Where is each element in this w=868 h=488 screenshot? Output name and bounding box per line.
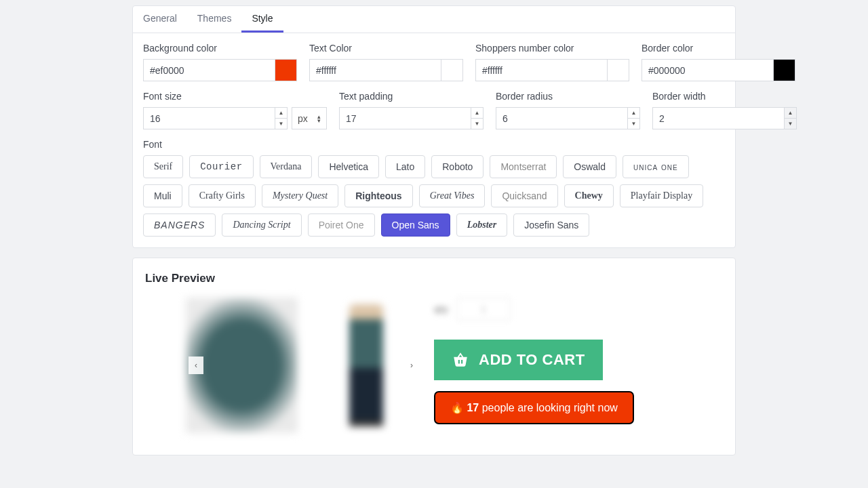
- text-color-input[interactable]: [310, 60, 441, 81]
- font-option-josefin-sans[interactable]: Josefin Sans: [513, 214, 589, 237]
- tab-style[interactable]: Style: [241, 6, 283, 33]
- font-option-serif[interactable]: Serif: [143, 155, 183, 178]
- border-width-spinner[interactable]: ▲▼: [785, 107, 797, 129]
- text-padding-label: Text padding: [339, 91, 484, 102]
- shoppers-color-input[interactable]: [476, 60, 607, 81]
- font-size-spinner[interactable]: ▲▼: [275, 107, 288, 129]
- font-option-courier[interactable]: Courier: [189, 155, 253, 178]
- font-button-group: SerifCourierVerdanaHelveticaLatoRobotoMo…: [143, 155, 725, 237]
- live-preview-card: Live Preview ‹ › qty 1 A: [132, 258, 736, 455]
- font-option-crafty-girls[interactable]: Crafty Girls: [189, 184, 256, 207]
- font-option-great-vibes[interactable]: Great Vibes: [419, 184, 486, 207]
- qty-label: qty: [434, 304, 448, 314]
- font-option-lobster[interactable]: Lobster: [456, 214, 508, 237]
- shoppers-color-swatch[interactable]: [607, 60, 629, 81]
- chevron-updown-icon: ▴▾: [317, 115, 321, 123]
- text-color-label: Text Color: [309, 43, 463, 54]
- font-option-playfair-display[interactable]: Playfair Display: [620, 184, 703, 207]
- font-option-open-sans[interactable]: Open Sans: [381, 214, 450, 237]
- shoppers-color-label: Shoppers number color: [475, 43, 629, 54]
- border-width-label: Border width: [652, 91, 797, 102]
- font-label: Font: [143, 139, 725, 150]
- font-option-bangers[interactable]: BANGERS: [143, 214, 216, 237]
- border-color-input[interactable]: [642, 60, 773, 81]
- fire-icon: 🔥: [450, 402, 464, 413]
- font-size-input[interactable]: [143, 107, 275, 129]
- border-width-input[interactable]: [652, 107, 785, 129]
- font-option-verdana[interactable]: Verdana: [260, 155, 313, 178]
- tab-themes[interactable]: Themes: [187, 6, 242, 33]
- font-option-roboto[interactable]: Roboto: [431, 155, 484, 178]
- add-to-cart-label: ADD TO CART: [479, 351, 585, 369]
- border-radius-spinner[interactable]: ▲▼: [628, 107, 640, 129]
- carousel-prev-icon[interactable]: ‹: [189, 357, 203, 374]
- add-to-cart-button[interactable]: ADD TO CART: [434, 340, 603, 380]
- border-radius-input[interactable]: [496, 107, 628, 129]
- font-option-chewy[interactable]: Chewy: [564, 184, 614, 207]
- border-color-swatch[interactable]: [773, 60, 795, 81]
- font-option-montserrat[interactable]: Montserrat: [490, 155, 557, 178]
- font-option-lato[interactable]: Lato: [385, 155, 425, 178]
- bg-color-swatch[interactable]: [275, 60, 296, 81]
- shoppers-text: people are looking right now: [479, 402, 618, 413]
- text-padding-input[interactable]: [339, 107, 471, 129]
- qty-input[interactable]: 1: [456, 298, 511, 321]
- live-preview-title: Live Preview: [145, 272, 723, 285]
- urgency-banner: 🔥 17 people are looking right now: [434, 391, 634, 424]
- border-color-label: Border color: [642, 43, 795, 54]
- bg-color-input[interactable]: [144, 60, 275, 81]
- style-panel: Background color Text Color Shoppers num…: [133, 33, 735, 247]
- basket-icon: [452, 351, 469, 369]
- bg-color-label: Background color: [143, 43, 297, 54]
- font-option-unica-one[interactable]: unica one: [623, 155, 689, 178]
- font-option-oswald[interactable]: Oswald: [563, 155, 616, 178]
- font-option-righteous[interactable]: Righteous: [344, 184, 412, 207]
- font-option-poiret-one[interactable]: Poiret One: [308, 214, 375, 237]
- text-color-swatch[interactable]: [441, 60, 462, 81]
- font-size-label: Font size: [143, 91, 327, 102]
- font-option-helvetica[interactable]: Helvetica: [318, 155, 379, 178]
- font-size-unit-select[interactable]: px ▴▾: [292, 107, 327, 129]
- font-option-muli[interactable]: Muli: [143, 184, 182, 207]
- border-radius-label: Border radius: [496, 91, 640, 102]
- font-option-quicksand[interactable]: Quicksand: [491, 184, 557, 207]
- tabs-bar: General Themes Style: [133, 6, 735, 33]
- tab-general[interactable]: General: [133, 6, 187, 33]
- font-option-dancing-script[interactable]: Dancing Script: [222, 214, 301, 237]
- font-option-mystery-quest[interactable]: Mystery Quest: [262, 184, 338, 207]
- text-padding-spinner[interactable]: ▲▼: [471, 107, 484, 129]
- style-settings-card: General Themes Style Background color Te…: [132, 5, 736, 248]
- shoppers-count: 17: [467, 402, 479, 413]
- font-size-unit-label: px: [298, 113, 308, 124]
- carousel-next-icon[interactable]: ›: [404, 357, 419, 374]
